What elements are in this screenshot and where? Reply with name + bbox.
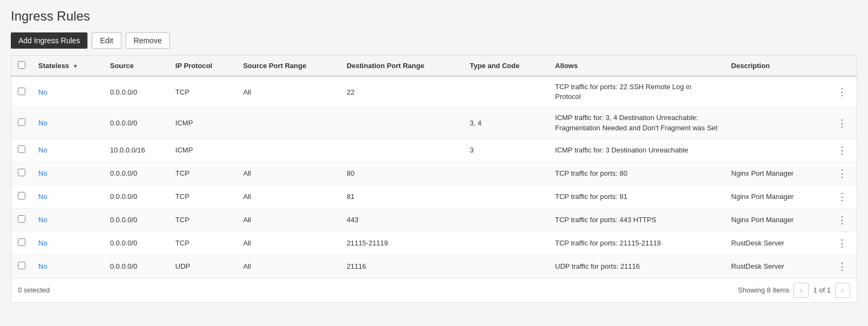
row-type-and-code: 3 xyxy=(463,138,548,162)
row-allows: ICMP traffic for: 3 Destination Unreacha… xyxy=(548,138,724,162)
row-checkbox[interactable] xyxy=(18,169,25,176)
table-row: No 0.0.0.0/0 TCP All 80 TCP traffic for … xyxy=(11,162,857,185)
table-body: No 0.0.0.0/0 TCP All 22 TCP traffic for … xyxy=(11,76,857,278)
row-type-and-code xyxy=(463,185,548,208)
row-checkbox[interactable] xyxy=(18,88,25,95)
stateless-link[interactable]: No xyxy=(38,88,48,96)
row-type-and-code xyxy=(463,255,548,278)
row-type-and-code xyxy=(463,208,548,231)
row-description xyxy=(725,108,828,138)
row-checkbox[interactable] xyxy=(18,192,25,199)
row-source-port-range xyxy=(236,108,340,138)
row-stateless: No xyxy=(32,185,104,208)
edit-button[interactable]: Edit xyxy=(92,32,121,49)
row-allows: UDP traffic for ports: 21116 xyxy=(548,255,724,278)
row-destination-port-range: 80 xyxy=(340,162,463,185)
row-destination-port-range xyxy=(340,108,463,138)
row-source: 0.0.0.0/0 xyxy=(104,208,169,231)
row-description: RustDesk Server xyxy=(725,231,828,255)
row-actions-menu[interactable]: ⋮ xyxy=(834,144,850,156)
row-actions-menu[interactable]: ⋮ xyxy=(834,168,850,179)
stateless-link[interactable]: No xyxy=(38,146,48,154)
row-destination-port-range: 81 xyxy=(340,185,463,208)
row-source-port-range: All xyxy=(236,231,340,255)
row-actions: ⋮ xyxy=(828,231,857,255)
page-title: Ingress Rules xyxy=(11,9,857,24)
table-row: No 10.0.0.0/16 ICMP 3 ICMP traffic for: … xyxy=(11,138,857,162)
table-row: No 0.0.0.0/0 UDP All 21116 UDP traffic f… xyxy=(11,255,857,278)
row-destination-port-range: 21116 xyxy=(340,255,463,278)
row-checkbox[interactable] xyxy=(18,262,25,269)
add-ingress-rules-button[interactable]: Add Ingress Rules xyxy=(11,32,87,49)
row-source: 10.0.0.0/16 xyxy=(104,138,169,162)
stateless-link[interactable]: No xyxy=(38,239,48,247)
row-allows: TCP traffic for ports: 443 HTTPS xyxy=(548,208,724,231)
row-checkbox-cell xyxy=(11,185,32,208)
status-bar: 0 selected Showing 8 items ‹ 1 of 1 › xyxy=(11,278,857,302)
stateless-link[interactable]: No xyxy=(38,216,48,224)
row-checkbox-cell xyxy=(11,138,32,162)
row-actions-menu[interactable]: ⋮ xyxy=(834,86,850,98)
allows-header: Allows xyxy=(548,56,724,76)
row-actions: ⋮ xyxy=(828,185,857,208)
row-actions: ⋮ xyxy=(828,76,857,108)
row-allows: ICMP traffic for: 3, 4 Destination Unrea… xyxy=(548,108,724,138)
row-allows: TCP traffic for ports: 22 SSH Remote Log… xyxy=(548,76,724,108)
row-allows: TCP traffic for ports: 80 xyxy=(548,162,724,185)
source-port-range-header: Source Port Range xyxy=(236,56,340,76)
row-destination-port-range: 21115-21119 xyxy=(340,231,463,255)
table-row: No 0.0.0.0/0 ICMP 3, 4 ICMP traffic for:… xyxy=(11,108,857,138)
row-checkbox[interactable] xyxy=(18,118,25,126)
row-type-and-code xyxy=(463,231,548,255)
row-description: Nginx Port Manager xyxy=(725,185,828,208)
row-actions-menu[interactable]: ⋮ xyxy=(834,237,850,249)
row-checkbox-cell xyxy=(11,76,32,108)
remove-button[interactable]: Remove xyxy=(126,32,170,49)
stateless-header[interactable]: Stateless ▼ xyxy=(32,56,104,76)
row-actions-menu[interactable]: ⋮ xyxy=(834,214,850,226)
row-actions-menu[interactable]: ⋮ xyxy=(834,191,850,203)
prev-page-button[interactable]: ‹ xyxy=(794,283,809,298)
row-source: 0.0.0.0/0 xyxy=(104,185,169,208)
row-description: Nginx Port Manager xyxy=(725,208,828,231)
row-checkbox-cell xyxy=(11,108,32,138)
row-description: Nginx Port Manager xyxy=(725,162,828,185)
row-checkbox[interactable] xyxy=(18,215,25,223)
table-row: No 0.0.0.0/0 TCP All 22 TCP traffic for … xyxy=(11,76,857,108)
row-source: 0.0.0.0/0 xyxy=(104,162,169,185)
row-description xyxy=(725,76,828,108)
selected-count: 0 selected xyxy=(18,286,50,294)
row-checkbox[interactable] xyxy=(18,145,25,153)
stateless-link[interactable]: No xyxy=(38,262,48,270)
row-checkbox-cell xyxy=(11,162,32,185)
row-ip-protocol: TCP xyxy=(169,231,237,255)
stateless-link[interactable]: No xyxy=(38,119,48,127)
row-checkbox-cell xyxy=(11,255,32,278)
table-row: No 0.0.0.0/0 TCP All 81 TCP traffic for … xyxy=(11,185,857,208)
row-checkbox-cell xyxy=(11,208,32,231)
stateless-link[interactable]: No xyxy=(38,169,48,177)
row-type-and-code xyxy=(463,76,548,108)
select-all-checkbox[interactable] xyxy=(18,61,25,69)
row-allows: TCP traffic for ports: 21115-21119 xyxy=(548,231,724,255)
type-and-code-header: Type and Code xyxy=(463,56,548,76)
row-source: 0.0.0.0/0 xyxy=(104,231,169,255)
row-actions: ⋮ xyxy=(828,108,857,138)
row-checkbox[interactable] xyxy=(18,238,25,246)
page-info: 1 of 1 xyxy=(813,286,831,294)
select-all-header xyxy=(11,56,32,76)
next-page-button[interactable]: › xyxy=(835,283,850,298)
row-ip-protocol: TCP xyxy=(169,185,237,208)
stateless-link[interactable]: No xyxy=(38,192,48,201)
row-description xyxy=(725,138,828,162)
sort-arrow-stateless: ▼ xyxy=(73,63,78,69)
table-header-row: Stateless ▼ Source IP Protocol Source Po… xyxy=(11,56,857,76)
table-row: No 0.0.0.0/0 TCP All 443 TCP traffic for… xyxy=(11,208,857,231)
row-source-port-range: All xyxy=(236,208,340,231)
row-actions: ⋮ xyxy=(828,138,857,162)
row-stateless: No xyxy=(32,255,104,278)
row-destination-port-range xyxy=(340,138,463,162)
row-actions-menu[interactable]: ⋮ xyxy=(834,261,850,272)
row-actions-menu[interactable]: ⋮ xyxy=(834,117,850,129)
row-source-port-range xyxy=(236,138,340,162)
